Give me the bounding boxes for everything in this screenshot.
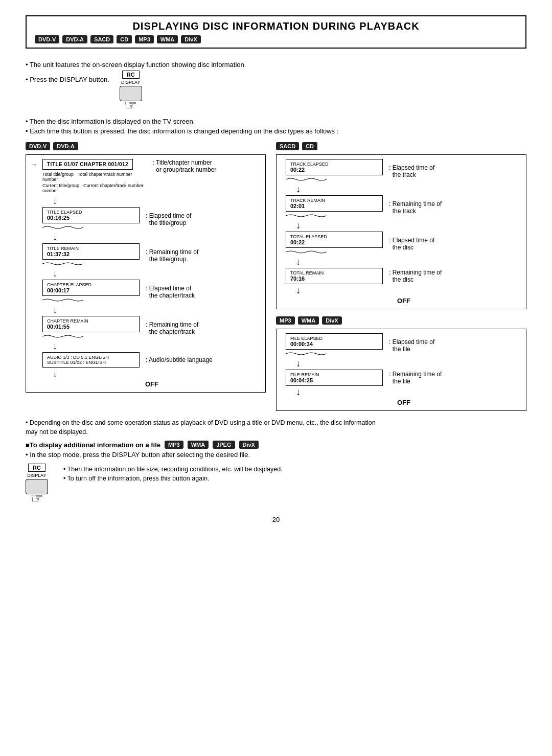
arrow-m-1: ↓: [296, 359, 522, 368]
flow-row-audio: AUDIO 1/3 : DD 5.1 ENGLISH SUBTITLE 01/0…: [42, 352, 261, 368]
badge-divx-right: DivX: [322, 316, 341, 325]
flow-row-track-remain: TRACK REMAIN 02:01 : Remaining time of t…: [286, 195, 522, 219]
badge-cd-right: CD: [302, 142, 317, 150]
display-audio: AUDIO 1/3 : DD 5.1 ENGLISH SUBTITLE 01/0…: [42, 352, 140, 368]
value-title-remain: 01:37:32: [47, 251, 135, 257]
desc-audio: : Audio/subtitle language: [140, 352, 261, 368]
anno-current-title: Current title/group number: [42, 183, 79, 193]
anno-total-title-text: Total title/group: [42, 172, 74, 177]
label-total-remain: TOTAL REMAIN: [290, 270, 378, 276]
flow-left-title-remain: TITLE REMAIN 01:37:32: [42, 243, 140, 267]
flow-left-file-elapsed: FILE ELAPSED 00:00:34: [286, 333, 383, 357]
page-wrapper: DISPLAYING DISC INFORMATION DURING PLAYB…: [26, 15, 526, 523]
desc-total-elapsed: : Elapsed time of the disc: [383, 232, 522, 256]
value-chapter-elapsed: 00:00:17: [47, 287, 135, 293]
badge-row-main: DVD-V DVD-A SACD CD MP3 WMA DivX: [35, 35, 517, 43]
title-chapter-row: → TITLE 01/07 CHAPTER 001/012 Total titl…: [30, 159, 261, 193]
label-chapter-elapsed: CHAPTER ELAPSED: [47, 282, 135, 287]
display-track-remain: TRACK REMAIN 02:01: [286, 195, 383, 212]
badge-sacd: SACD: [90, 35, 113, 43]
badge-mp3: MP3: [135, 35, 154, 43]
rc2-display-label: DISPLAY: [27, 473, 46, 478]
label-chapter-remain: CHAPTER REMAIN: [47, 318, 135, 324]
anno-current-title-text2: number: [42, 188, 79, 193]
desc-text-file-remain: : Remaining time of the file: [389, 371, 442, 385]
flow-row-chapter-elapsed: CHAPTER ELAPSED 00:00:17 : Elapsed time …: [42, 280, 261, 304]
badge-wma: WMA: [157, 35, 178, 43]
press-section: • Press the DISPLAY button. RC DISPLAY ☞: [26, 71, 526, 112]
audio-line1: AUDIO 1/3 : DD 5.1 ENGLISH: [47, 355, 135, 360]
rc-illustration: RC DISPLAY ☞: [120, 71, 142, 112]
bottom-note-1b: may not be displayed.: [26, 428, 526, 436]
wavy-r1: [286, 177, 327, 181]
sacd-badge-row: SACD CD: [276, 142, 526, 150]
badge-wma-td: WMA: [188, 441, 209, 449]
display-title-elapsed: TITLE ELAPSED 00:16:25: [42, 207, 140, 223]
flow-left-chapter-elapsed: CHAPTER ELAPSED 00:00:17: [42, 280, 140, 304]
badge-mp3-td: MP3: [165, 441, 183, 449]
label-track-elapsed: TRACK ELAPSED: [290, 162, 378, 167]
rc2-hand-icon: ☞: [31, 491, 43, 506]
desc-title-remain: : Remaining time of the title/group: [140, 243, 261, 267]
desc-track-elapsed: : Elapsed time of the track: [383, 159, 522, 183]
flow-left-track-remain: TRACK REMAIN 02:01: [286, 195, 383, 219]
desc-chapter-elapsed: : Elapsed time of the chapter/track: [140, 280, 261, 304]
display-total-remain: TOTAL REMAIN 70:16: [286, 268, 383, 284]
desc-track-remain: : Remaining time of the track: [383, 195, 522, 219]
label-total-elapsed: TOTAL ELAPSED: [290, 234, 378, 239]
right-column: SACD CD TRACK ELAPSED 00:22: [271, 142, 526, 411]
off-label-mp3: OFF: [286, 399, 522, 406]
arrow-down-1: ↓: [53, 196, 261, 205]
flow-left-file-remain: FILE REMAIN 00:04:25: [286, 370, 383, 386]
small-annotations-2: Current title/group number Current chapt…: [42, 183, 144, 193]
desc-text-total-elapsed: : Elapsed time of the disc: [389, 237, 434, 251]
anno-current-chapter-text: Current chapter/track number: [83, 183, 144, 188]
flow-left-audio: AUDIO 1/3 : DD 5.1 ENGLISH SUBTITLE 01/0…: [42, 352, 140, 368]
flow-row-title-remain: TITLE REMAIN 01:37:32 : Remaining time o…: [42, 243, 261, 267]
rc-bullets: • Then the information on file size, rec…: [63, 464, 526, 484]
arrow-r-2: ↓: [296, 221, 522, 230]
anno-total-title: Total title/group number: [42, 172, 74, 182]
badge-divx: DivX: [181, 35, 200, 43]
rc-section2: RC DISPLAY ☞ • Then the information on f…: [26, 464, 526, 506]
rc-label: RC: [122, 71, 140, 79]
flow-left-track-elapsed: TRACK ELAPSED 00:22: [286, 159, 383, 183]
to-display-section: ■To display additional information on a …: [26, 441, 526, 506]
flow-row-file-remain: FILE REMAIN 00:04:25 : Remaining time of…: [286, 370, 522, 386]
mp3-outer-box: FILE ELAPSED 00:00:34 : Elapsed time of …: [276, 329, 526, 411]
dvd-outer-box: → TITLE 01/07 CHAPTER 001/012 Total titl…: [26, 154, 266, 393]
desc-total-remain: : Remaining time of the disc: [383, 268, 522, 284]
off-label-sacd: OFF: [286, 297, 522, 305]
badge-sacd-right: SACD: [276, 142, 299, 150]
badge-dvdv: DVD-V: [35, 35, 59, 43]
title-box: DISPLAYING DISC INFORMATION DURING PLAYB…: [26, 15, 526, 49]
desc-text-chapter-elapsed: : Elapsed time of the chapter/track: [146, 285, 195, 299]
dvd-badge-row: DVD-V DVD-A: [26, 142, 266, 150]
arrow-r-3: ↓: [296, 257, 522, 266]
title-chapter-desc-text: : Title/chapter number or group/track nu…: [153, 159, 217, 173]
value-file-remain: 00:04:25: [290, 377, 378, 383]
arrow-down-5: ↓: [53, 341, 261, 351]
display-file-elapsed: FILE ELAPSED 00:00:34: [286, 333, 383, 350]
badge-cd: CD: [117, 35, 132, 43]
display-total-elapsed: TOTAL ELAPSED 00:22: [286, 232, 383, 248]
display-chapter-elapsed: CHAPTER ELAPSED 00:00:17: [42, 280, 140, 296]
display-chapter-remain: CHAPTER REMAIN 00:01:55: [42, 316, 140, 332]
arrow-down-2: ↓: [53, 233, 261, 242]
anno-chapter-total-text: Total chapter/track number: [78, 172, 132, 177]
desc-text-audio: : Audio/subtitle language: [146, 356, 213, 363]
arrow-down-4: ↓: [53, 305, 261, 314]
wavy-3: [42, 298, 83, 302]
arrow-m-2: ↓: [296, 387, 522, 397]
wavy-4: [42, 334, 83, 338]
anno-current-title-text: Current title/group: [42, 183, 79, 188]
label-file-remain: FILE REMAIN: [290, 372, 378, 377]
rc-hand-icon: ☞: [124, 98, 137, 112]
flow-row-total-remain: TOTAL REMAIN 70:16 : Remaining time of t…: [286, 268, 522, 284]
title-chapter-display: TITLE 01/07 CHAPTER 001/012: [42, 159, 133, 170]
mp3-flow-block: FILE ELAPSED 00:00:34 : Elapsed time of …: [286, 333, 522, 406]
sacd-outer-box: TRACK ELAPSED 00:22 : Elapsed time of th…: [276, 154, 526, 309]
desc-file-elapsed: : Elapsed time of the file: [383, 333, 522, 357]
anno-chapter-total: Total chapter/track number: [78, 172, 132, 182]
press-text: • Press the DISPLAY button.: [26, 76, 109, 83]
